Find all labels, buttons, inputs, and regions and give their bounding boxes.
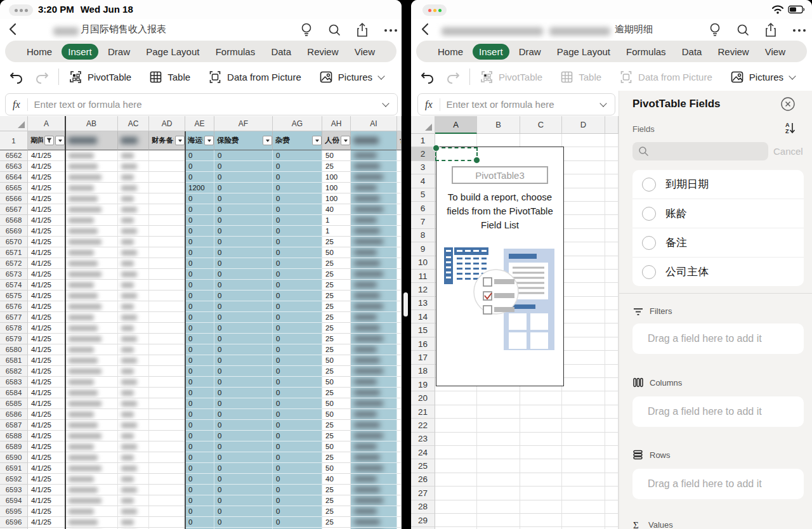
- row-header[interactable]: 12: [411, 283, 435, 296]
- undo-icon[interactable]: [420, 69, 435, 84]
- cell[interactable]: [562, 459, 605, 473]
- column-header-B[interactable]: B: [477, 116, 520, 134]
- cell[interactable]: 0: [273, 420, 322, 431]
- cell[interactable]: [65, 193, 118, 204]
- cell[interactable]: [65, 398, 118, 409]
- cell[interactable]: [562, 310, 605, 323]
- cell[interactable]: [149, 291, 185, 301]
- cell[interactable]: 0: [214, 517, 273, 528]
- cell[interactable]: [65, 312, 118, 323]
- cell[interactable]: [65, 183, 118, 193]
- formula-input-placeholder[interactable]: Enter text or formula here: [447, 99, 599, 110]
- cell[interactable]: [605, 297, 619, 310]
- cell[interactable]: [397, 247, 402, 258]
- cell[interactable]: [397, 334, 402, 344]
- cell[interactable]: 25: [322, 161, 351, 172]
- cell[interactable]: 0: [185, 312, 214, 323]
- cell[interactable]: [562, 405, 605, 419]
- cell[interactable]: 0: [273, 495, 322, 506]
- row-header[interactable]: 6576: [0, 301, 28, 312]
- cell[interactable]: 0: [273, 172, 322, 183]
- cell[interactable]: [520, 433, 562, 446]
- cell[interactable]: [118, 388, 149, 398]
- cell[interactable]: [65, 334, 118, 344]
- cell[interactable]: [65, 291, 118, 301]
- cell[interactable]: [118, 172, 149, 183]
- field-list-item[interactable]: 账龄: [632, 199, 804, 228]
- row-header[interactable]: 5: [411, 188, 435, 202]
- cell[interactable]: [562, 419, 605, 432]
- cell[interactable]: [605, 310, 619, 323]
- column-header-AB[interactable]: AB: [65, 116, 118, 131]
- header-cell[interactable]: 财务备注: [149, 131, 185, 150]
- row-header[interactable]: 6594: [0, 495, 28, 506]
- cell[interactable]: [351, 150, 397, 161]
- cell[interactable]: [149, 441, 185, 452]
- cell[interactable]: 0: [273, 258, 322, 269]
- cell[interactable]: [65, 344, 118, 355]
- cell[interactable]: [477, 473, 520, 487]
- pictures-button[interactable]: Pictures: [319, 70, 384, 84]
- cell[interactable]: [477, 446, 520, 459]
- cell[interactable]: [605, 323, 619, 337]
- table-button[interactable]: Table: [149, 70, 190, 84]
- cell[interactable]: [118, 161, 149, 172]
- cell[interactable]: 0: [214, 301, 273, 312]
- cell[interactable]: [118, 355, 149, 366]
- cell[interactable]: 0: [214, 463, 273, 474]
- cell[interactable]: 0: [214, 247, 273, 258]
- cell[interactable]: 0: [273, 215, 322, 226]
- cell[interactable]: [435, 459, 477, 473]
- row-header[interactable]: 6573: [0, 269, 28, 280]
- cell[interactable]: [65, 237, 118, 247]
- cell[interactable]: 0: [214, 291, 273, 301]
- cell[interactable]: [520, 419, 562, 432]
- cell[interactable]: 25: [322, 334, 351, 344]
- cell[interactable]: [605, 459, 619, 473]
- selected-cell-A2[interactable]: [435, 147, 478, 161]
- cell[interactable]: [477, 459, 520, 473]
- cell[interactable]: 0: [273, 269, 322, 280]
- cell[interactable]: [397, 291, 402, 301]
- cell[interactable]: 50: [322, 150, 351, 161]
- cell[interactable]: [351, 409, 397, 420]
- cell[interactable]: 0: [214, 183, 273, 193]
- cell[interactable]: 4/1/25: [28, 420, 65, 431]
- cell[interactable]: 0: [185, 485, 214, 495]
- cell[interactable]: [351, 517, 397, 528]
- cell[interactable]: [65, 377, 118, 388]
- cell[interactable]: [397, 312, 402, 323]
- cell[interactable]: [149, 485, 185, 495]
- cell[interactable]: [351, 183, 397, 193]
- cell[interactable]: 4/1/25: [28, 441, 65, 452]
- cell[interactable]: [118, 269, 149, 280]
- cell[interactable]: [351, 258, 397, 269]
- cell[interactable]: 4/1/25: [28, 431, 65, 441]
- row-header[interactable]: 6582: [0, 366, 28, 377]
- cell[interactable]: 50: [322, 398, 351, 409]
- cell[interactable]: 0: [185, 388, 214, 398]
- cell[interactable]: [397, 355, 402, 366]
- cell[interactable]: [397, 258, 402, 269]
- cell[interactable]: [65, 474, 118, 485]
- row-header[interactable]: 6588: [0, 431, 28, 441]
- row-header[interactable]: 6584: [0, 388, 28, 398]
- lightbulb-icon[interactable]: [708, 22, 722, 38]
- cell[interactable]: [562, 283, 605, 296]
- cell[interactable]: [397, 280, 402, 291]
- tab-home[interactable]: Home: [431, 44, 469, 60]
- cell[interactable]: 4/1/25: [28, 204, 65, 215]
- cell[interactable]: [605, 433, 619, 446]
- formula-bar[interactable]: fx Enter text or formula here: [5, 93, 398, 115]
- row-header[interactable]: 6593: [0, 485, 28, 495]
- cell[interactable]: 0: [214, 388, 273, 398]
- cell[interactable]: [118, 323, 149, 334]
- cell[interactable]: 25: [322, 323, 351, 334]
- cell[interactable]: 0: [185, 301, 214, 312]
- cell[interactable]: [351, 312, 397, 323]
- cell[interactable]: [605, 514, 619, 527]
- cell[interactable]: 0: [185, 215, 214, 226]
- row-header[interactable]: 6581: [0, 355, 28, 366]
- cell[interactable]: [605, 337, 619, 351]
- cell[interactable]: [562, 161, 605, 174]
